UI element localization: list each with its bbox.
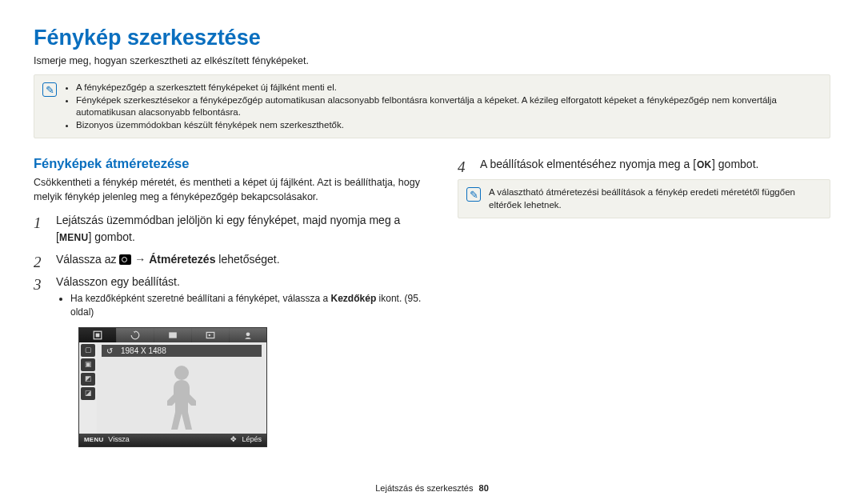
camera-footer: MENU Vissza ✥ Lépés	[79, 434, 266, 446]
page-footer: Lejátszás és szerkesztés 80	[0, 483, 864, 493]
right-note-box: ✎ A választható átméretezési beállítások…	[458, 179, 830, 218]
step4-text-a: A beállítások elmentéséhez nyomja meg a …	[480, 158, 696, 170]
camera-tab-style	[154, 328, 191, 342]
step-3: Válasszon egy beállítást. Ha kezdőképkén…	[34, 274, 426, 447]
camera-preview: ▢ ▣ ◩ ◪ 1984 X 1488 MENU	[78, 327, 267, 447]
side-icon-4: ◪	[81, 387, 95, 400]
step-1: Lejátszás üzemmódban jelöljön ki egy fén…	[34, 212, 426, 246]
camera-tab-resize	[79, 328, 116, 342]
svg-rect-2	[169, 332, 177, 338]
svg-rect-1	[96, 333, 100, 337]
note-icon: ✎	[42, 82, 57, 97]
edit-tool-icon	[119, 254, 131, 265]
person-silhouette-icon	[158, 362, 206, 434]
svg-point-6	[174, 366, 189, 380]
nav-diamond-icon: ✥	[230, 434, 237, 446]
side-icon-3: ◩	[81, 373, 95, 386]
step3-text: Válasszon egy beállítást.	[56, 275, 180, 288]
ok-glyph: OK	[696, 159, 712, 170]
camera-footer-back: Vissza	[108, 434, 129, 446]
intro-text: Ismerje meg, hogyan szerkesztheti az elk…	[34, 55, 830, 66]
top-note-item: Bizonyos üzemmódokban készült fényképek …	[76, 119, 822, 132]
page-title: Fénykép szerkesztése	[34, 26, 830, 50]
right-note-content: A választható átméretezési beállítások a…	[489, 186, 822, 211]
camera-top-tabs	[79, 328, 266, 342]
footer-page-number: 80	[479, 483, 489, 493]
step2-arrow: →	[131, 253, 149, 266]
camera-side-icons: ▢ ▣ ◩ ◪	[79, 342, 97, 434]
menu-glyph: MENU	[59, 232, 89, 243]
camera-tab-rotate	[117, 328, 154, 342]
top-note-box: ✎ A fényképezőgép a szerkesztett fénykép…	[34, 74, 830, 138]
step2-bold: Átméretezés	[149, 253, 215, 266]
svg-point-5	[246, 332, 250, 336]
side-icon-2: ▣	[81, 358, 95, 371]
resolution-bar: 1984 X 1488	[102, 345, 262, 357]
camera-tab-face	[230, 328, 266, 342]
step1-text-b: ] gombot.	[88, 230, 134, 243]
step3-sub-a: Ha kezdőképként szeretné beállítani a fé…	[70, 293, 331, 304]
section-desc: Csökkentheti a fénykép méretét, és menth…	[34, 176, 426, 204]
camera-canvas: 1984 X 1488	[97, 342, 266, 434]
top-note-item: Fényképek szerkesztésekor a fényképezőgé…	[76, 94, 822, 119]
camera-footer-step: Lépés	[242, 434, 262, 446]
svg-point-4	[209, 334, 210, 335]
camera-footer-menu-label: MENU	[84, 435, 103, 445]
camera-tab-adjust	[192, 328, 229, 342]
step2-text-b: lehetőséget.	[215, 253, 279, 266]
section-heading-resize: Fényképek átméretezése	[34, 156, 426, 171]
step-4: A beállítások elmentéséhez nyomja meg a …	[458, 156, 830, 173]
step-2: Válassza az → Átméretezés lehetőséget.	[34, 251, 426, 268]
top-note-item: A fényképezőgép a szerkesztett fényképek…	[76, 82, 822, 94]
side-icon-1: ▢	[81, 344, 95, 357]
step3-sub-bold: Kezdőkép	[331, 293, 377, 304]
step3-sub: Ha kezdőképként szeretné beállítani a fé…	[70, 292, 426, 319]
top-note-content: A fényképezőgép a szerkesztett fényképek…	[65, 82, 822, 131]
step2-text-a: Válassza az	[56, 253, 119, 266]
note-icon: ✎	[466, 187, 481, 202]
step4-text-b: ] gombot.	[712, 158, 758, 170]
footer-section: Lejátszás és szerkesztés	[375, 483, 473, 493]
